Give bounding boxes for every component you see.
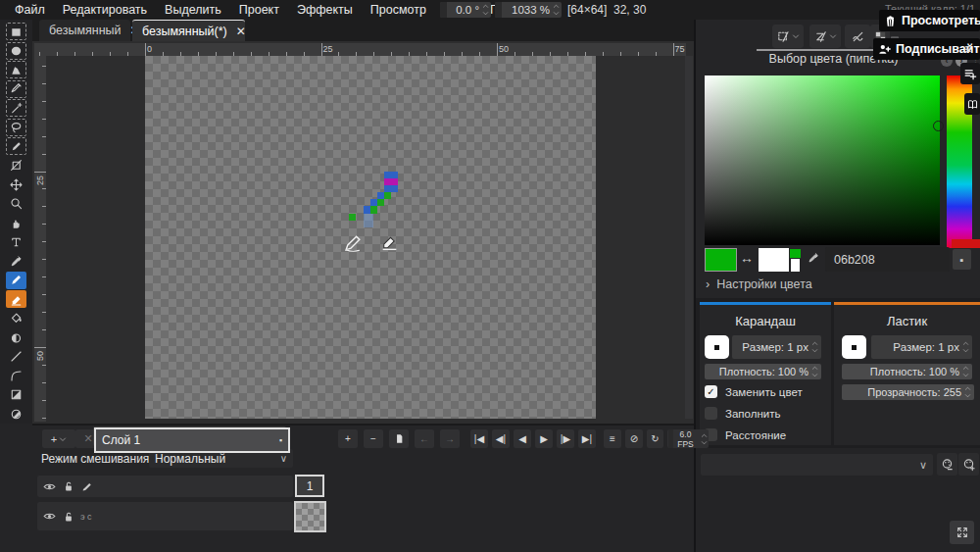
rotation-grip[interactable]	[440, 2, 447, 18]
clone-frame-button[interactable]	[389, 429, 409, 448]
tool-color-picker[interactable]	[6, 252, 26, 270]
checkbox[interactable]: ✓	[705, 385, 717, 398]
add-layer-button[interactable]: +	[42, 429, 75, 448]
ruler-label: 25	[35, 175, 45, 186]
menu-item-effects[interactable]: Эффекты	[288, 0, 362, 20]
color-mode-button[interactable]: ▪	[953, 249, 971, 270]
zoom-spinner[interactable]: 1033 %	[495, 2, 562, 18]
drawing-canvas[interactable]	[145, 56, 596, 419]
cel-thumbnail[interactable]	[294, 501, 326, 532]
playlist-add-overlay-button[interactable]	[960, 63, 980, 84]
tool-rectangle-select[interactable]	[6, 23, 26, 40]
next-frame-button[interactable]: |▶	[557, 429, 574, 448]
tool-move[interactable]	[6, 176, 26, 193]
tab-close-icon[interactable]: ✕	[236, 25, 246, 38]
layer-name-field[interactable]: Слой 1 ▪	[94, 427, 290, 453]
tool-text[interactable]	[6, 233, 26, 251]
tool-zoom[interactable]	[6, 195, 26, 213]
loop-mode-button[interactable]: ↻	[647, 429, 663, 448]
tool-polygon-select[interactable]	[6, 61, 26, 78]
tool-line[interactable]	[6, 348, 26, 366]
eraser-size-spinner[interactable]: Размер: 1 px	[871, 335, 972, 359]
onion-settings-button[interactable]: ≡	[604, 429, 621, 448]
menu-item-select[interactable]: Выделить	[156, 0, 230, 20]
book-overlay-button[interactable]	[964, 93, 980, 115]
tool-rectangle[interactable]	[6, 386, 26, 404]
frame-1-button[interactable]: 1	[295, 475, 324, 497]
play-backwards-button[interactable]: ◀	[514, 429, 531, 448]
primary-color-swatch[interactable]	[705, 248, 737, 272]
play-forward-button[interactable]: ▶	[535, 429, 553, 448]
swap-colors-icon[interactable]: ↔	[740, 250, 754, 266]
option-mirroring-options[interactable]	[772, 25, 804, 48]
add-frame-button[interactable]: +	[338, 429, 358, 448]
option-Расстояние[interactable]: Расстояние	[705, 428, 786, 441]
layer-lock-toggle[interactable]	[62, 479, 75, 493]
pick-color-button[interactable]	[807, 251, 820, 265]
edit-palette-button[interactable]	[937, 453, 957, 476]
tool-ellipse-select[interactable]	[6, 42, 26, 60]
fps-spinner[interactable]: 6.0 FPS	[667, 429, 709, 448]
hamburger-icon[interactable]: ≡	[964, 42, 971, 56]
eraser-density-spinner[interactable]: Плотность: 100 %	[842, 364, 972, 379]
watch-overlay-button[interactable]: Просмотреть	[879, 10, 980, 31]
previous-frame-button[interactable]: ◀|	[492, 429, 510, 448]
layer-visibility-toggle[interactable]	[42, 509, 57, 524]
move-frame-right-button[interactable]: →	[440, 429, 460, 448]
tool-eraser[interactable]	[6, 290, 26, 308]
tool-pan[interactable]	[6, 214, 26, 231]
tab-1[interactable]: безымянный(*)✕	[132, 20, 245, 41]
expand-palette-button[interactable]	[950, 521, 974, 544]
tool-bucket[interactable]	[6, 310, 26, 327]
move-frame-left-button[interactable]: ←	[415, 429, 434, 448]
hex-color-input[interactable]: 06b208	[825, 247, 950, 272]
menu-item-edit[interactable]: Редактировать	[54, 0, 156, 20]
option-pixel-perfect-toggle[interactable]	[845, 25, 870, 48]
color-settings-expander[interactable]: › Настройки цвета	[706, 277, 812, 291]
pencil-density-spinner[interactable]: Плотность: 100 %	[705, 364, 821, 379]
remove-frame-button[interactable]: −	[364, 429, 383, 448]
first-frame-button[interactable]: |◀	[470, 429, 488, 448]
rotation-spinner[interactable]: 0.0 °	[440, 2, 491, 18]
onion-toggle-button[interactable]: ⊘	[625, 429, 643, 448]
zoom-grip[interactable]	[495, 2, 502, 18]
menu-item-project[interactable]: Проект	[230, 0, 288, 20]
tool-color-select[interactable]	[6, 80, 26, 98]
layer-lock-toggle[interactable]	[62, 510, 75, 524]
tool-crop[interactable]	[6, 157, 26, 175]
pencil-size-spinner[interactable]: Размер: 1 px	[732, 335, 821, 359]
tool-shading[interactable]	[6, 328, 26, 346]
tool-magic-wand[interactable]	[6, 99, 26, 117]
option-snapping-options[interactable]	[809, 25, 841, 48]
option-Заполнить[interactable]: Заполнить	[705, 407, 780, 420]
layer-visibility-toggle[interactable]	[42, 479, 57, 494]
eraser-opacity-spinner[interactable]: Прозрачность: 255	[842, 384, 974, 400]
menu-item-view[interactable]: Просмотр	[362, 0, 435, 20]
tool-curve[interactable]	[6, 367, 26, 384]
ruler-tick	[42, 400, 46, 401]
tool-paint-select[interactable]	[6, 137, 26, 155]
rotation-spin-arrows[interactable]	[482, 3, 489, 17]
tab-0[interactable]: безымянный✕	[39, 20, 130, 41]
zoom-spin-arrows[interactable]	[553, 3, 560, 17]
link-cels-toggle[interactable]	[80, 479, 94, 493]
palette-select[interactable]: ∨	[701, 454, 933, 476]
canvas-vertical-scrollbar[interactable]	[685, 56, 693, 419]
eraser-brush-preview[interactable]	[842, 335, 866, 359]
last-frame-button[interactable]: ▶|	[578, 429, 596, 448]
layer-row[interactable]: э с	[37, 502, 293, 530]
tool-lasso-select[interactable]	[6, 119, 26, 136]
color-picker-panel: Выбор цвета (пипетка) ‹ › ⋮ ↔ 06b208 ▪ ›…	[696, 20, 980, 298]
option-Заменить цвет[interactable]: ✓Заменить цвет	[705, 385, 803, 398]
fps-grip[interactable]	[668, 429, 673, 448]
saturation-value-picker[interactable]	[705, 75, 940, 245]
pencil-brush-preview[interactable]	[705, 335, 729, 359]
tool-ellipse[interactable]	[6, 405, 26, 423]
checkbox[interactable]	[705, 407, 717, 420]
secondary-color-swatch[interactable]	[759, 248, 789, 272]
eye-icon	[42, 509, 57, 524]
sv-cursor[interactable]	[933, 121, 944, 131]
add-palette-button[interactable]	[958, 453, 979, 476]
menu-item-file[interactable]: Файл	[6, 0, 54, 20]
tool-pencil[interactable]	[6, 272, 26, 289]
